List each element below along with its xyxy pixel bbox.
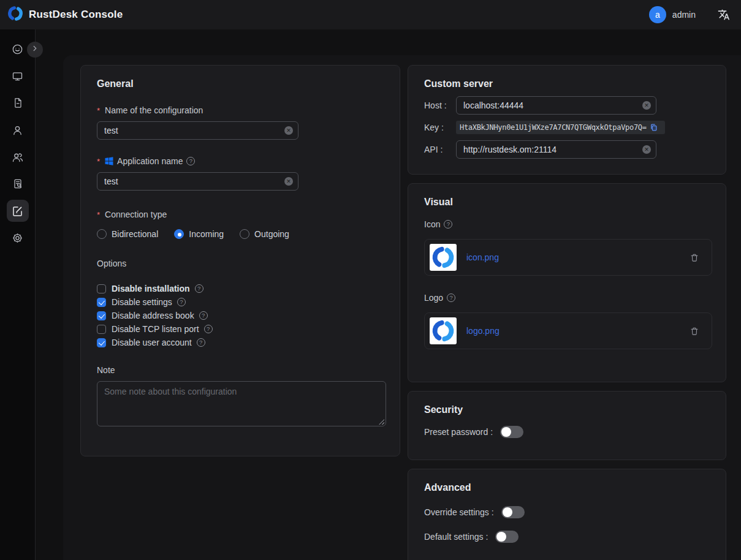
- option-disable-user-account: Disable user account: [97, 336, 384, 349]
- translate-icon[interactable]: [718, 9, 730, 21]
- question-icon[interactable]: [444, 220, 452, 229]
- general-card: General Name of the configuration Applic…: [80, 65, 400, 456]
- question-icon[interactable]: [197, 338, 205, 347]
- clear-icon[interactable]: [642, 145, 651, 154]
- application-name-input[interactable]: [97, 172, 298, 191]
- api-input[interactable]: [456, 140, 656, 159]
- username: admin: [672, 10, 696, 20]
- document-icon: [12, 97, 24, 109]
- question-icon[interactable]: [195, 284, 203, 293]
- host-label: Host :: [424, 100, 456, 110]
- checkbox[interactable]: [97, 338, 106, 347]
- preset-password-row: Preset password :: [424, 426, 710, 438]
- sidebar-item-audit[interactable]: [7, 173, 29, 195]
- radio-outgoing[interactable]: Outgoing: [240, 229, 289, 239]
- main-area: General Name of the configuration Applic…: [36, 29, 741, 560]
- windows-icon: [105, 157, 113, 165]
- visual-title: Visual: [424, 196, 710, 208]
- edit-icon: [11, 205, 24, 218]
- question-icon[interactable]: [177, 298, 186, 306]
- app-title: RustDesk Console: [29, 9, 123, 21]
- clear-icon[interactable]: [284, 177, 293, 186]
- checkbox[interactable]: [97, 298, 106, 307]
- custom-server-title: Custom server: [424, 78, 710, 90]
- checkbox[interactable]: [97, 325, 106, 334]
- question-icon[interactable]: [186, 157, 195, 165]
- clear-icon[interactable]: [642, 101, 651, 110]
- app-name-field-label: Application name: [97, 154, 384, 167]
- logo-upload-label: Logo: [424, 292, 710, 304]
- radio-bidirectional[interactable]: Bidirectional: [97, 229, 158, 239]
- note-textarea[interactable]: [97, 381, 386, 426]
- api-field: [456, 140, 656, 159]
- default-settings-row: Default settings :: [424, 531, 710, 543]
- key-row: Key : HtaXBkJNHyn0e1U1jWXze7A7CN7QTGWqxk…: [424, 121, 710, 134]
- default-settings-toggle[interactable]: [495, 531, 519, 543]
- logo-upload-row: logo.png: [424, 312, 712, 349]
- smiley-icon: [11, 43, 24, 56]
- avatar[interactable]: a: [649, 6, 666, 23]
- sidebar-item-users[interactable]: [7, 119, 29, 141]
- general-card-title: General: [97, 78, 384, 90]
- question-icon[interactable]: [204, 325, 213, 333]
- advanced-card: Advanced Override settings : Default set…: [408, 469, 726, 560]
- override-settings-row: Override settings :: [424, 506, 710, 518]
- logo-file-link[interactable]: logo.png: [466, 326, 500, 336]
- override-settings-toggle[interactable]: [501, 506, 525, 518]
- connection-type-label: Connection type: [97, 208, 384, 221]
- option-disable-address-book: Disable address book: [97, 309, 384, 322]
- sidebar-item-welcome[interactable]: [7, 38, 29, 60]
- user-icon: [11, 124, 24, 137]
- trash-icon[interactable]: [690, 326, 699, 336]
- api-label: API :: [424, 145, 456, 154]
- key-label: Key :: [424, 123, 456, 132]
- logo-thumbnail: [430, 317, 457, 344]
- override-settings-label: Override settings :: [424, 507, 494, 517]
- rustdesk-console-page: RustDesk Console a admin: [0, 0, 741, 560]
- sidebar-item-devices[interactable]: [7, 65, 29, 87]
- brand: RustDesk Console: [7, 6, 123, 24]
- key-value-chip: HtaXBkJNHyn0e1U1jWXze7A7CN7QTGWqxkOtpaVp…: [456, 121, 665, 134]
- trash-icon[interactable]: [690, 252, 699, 263]
- api-row: API :: [424, 140, 710, 159]
- checkbox[interactable]: [97, 284, 106, 293]
- app-name-field: [97, 172, 298, 191]
- security-card: Security Preset password :: [408, 391, 726, 460]
- question-icon[interactable]: [447, 293, 455, 302]
- rustdesk-logo-icon: [7, 6, 23, 24]
- sidebar-item-settings[interactable]: [7, 227, 29, 249]
- option-disable-installation: Disable installation: [97, 282, 384, 295]
- icon-file-link[interactable]: icon.png: [466, 252, 499, 262]
- option-disable-tcp-listen-port: Disable TCP listen port: [97, 322, 384, 336]
- monitor-icon: [11, 70, 24, 83]
- icon-upload-row: icon.png: [424, 239, 712, 276]
- name-field-label: Name of the configuration: [97, 104, 384, 116]
- radio-icon: [240, 229, 249, 239]
- default-settings-label: Default settings :: [424, 532, 488, 542]
- note-field: [97, 381, 386, 426]
- required-asterisk: [97, 208, 101, 221]
- content-panel: General Name of the configuration Applic…: [63, 55, 741, 560]
- sidebar-item-documents[interactable]: [7, 92, 29, 114]
- sidebar-item-groups[interactable]: [7, 146, 29, 168]
- question-icon[interactable]: [199, 311, 208, 320]
- audit-log-icon: [12, 178, 24, 190]
- copy-icon[interactable]: [650, 123, 658, 132]
- clear-icon[interactable]: [284, 126, 293, 135]
- radio-incoming[interactable]: Incoming: [174, 229, 224, 239]
- icon-upload-label: Icon: [424, 218, 710, 230]
- host-row: Host :: [424, 96, 710, 115]
- sidebar-item-console-config[interactable]: [7, 200, 29, 222]
- security-title: Security: [424, 404, 710, 416]
- preset-password-label: Preset password :: [424, 427, 493, 437]
- note-label: Note: [97, 364, 384, 376]
- radio-icon: [97, 229, 107, 239]
- sidebar-expand-button[interactable]: [27, 42, 43, 58]
- preset-password-toggle[interactable]: [500, 426, 523, 438]
- required-asterisk: [97, 104, 101, 116]
- config-name-input[interactable]: [97, 121, 298, 140]
- custom-server-card: Custom server Host : Key : HtaXBkJNHyn: [408, 65, 726, 175]
- user-menu[interactable]: a admin: [649, 6, 696, 23]
- host-input[interactable]: [456, 96, 656, 115]
- checkbox[interactable]: [97, 311, 106, 320]
